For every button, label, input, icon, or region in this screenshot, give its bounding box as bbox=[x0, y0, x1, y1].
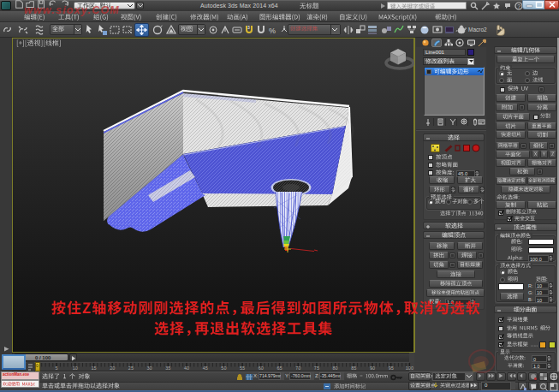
svg-text:3: 3 bbox=[247, 25, 250, 30]
svg-text:%: % bbox=[269, 27, 276, 35]
svg-text:?: ? bbox=[517, 3, 520, 9]
